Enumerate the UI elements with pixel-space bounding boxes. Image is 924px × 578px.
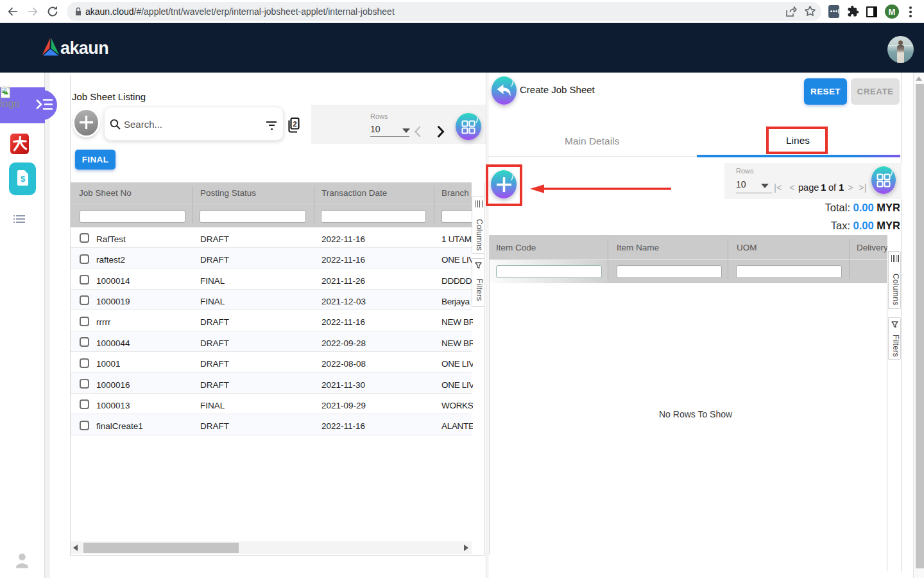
svg-text:$: $ [21, 174, 26, 184]
svg-text:2: 2 [293, 120, 296, 128]
